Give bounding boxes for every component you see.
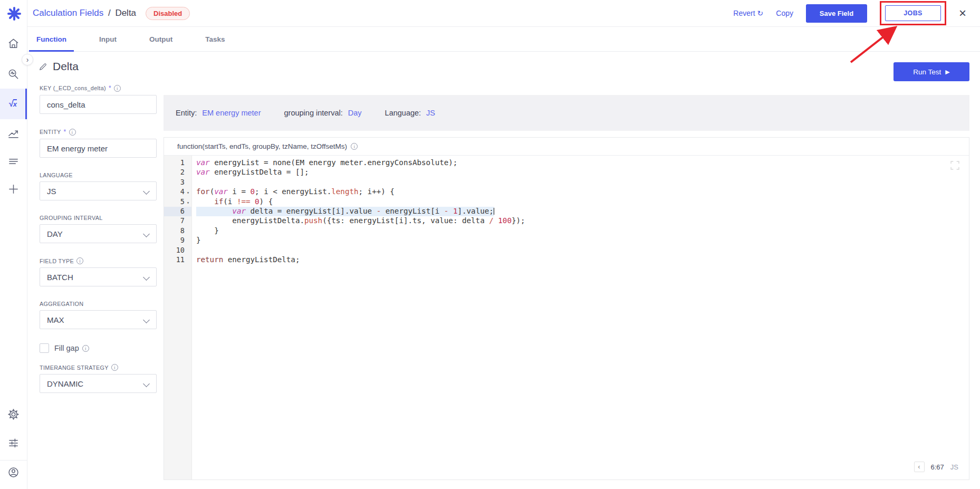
annotation-highlight-rect: JOBS bbox=[880, 1, 946, 25]
explore-search-icon[interactable] bbox=[0, 63, 27, 84]
code-line[interactable]: var energyListDelta = []; bbox=[196, 168, 969, 177]
aggregation-label: AGGREGATION bbox=[40, 301, 157, 307]
line-number: 5▾ bbox=[164, 197, 191, 207]
key-field: KEY (_ECD_cons_delta)* bbox=[40, 84, 157, 114]
info-icon[interactable] bbox=[69, 129, 76, 136]
code-line[interactable]: if(i !== 0) { bbox=[196, 197, 969, 207]
fill-gap-checkbox[interactable] bbox=[40, 343, 49, 353]
collapse-chevron-icon[interactable]: ‹ bbox=[914, 462, 925, 472]
code-line[interactable]: for(var i = 0; i < energyList.length; i+… bbox=[196, 187, 969, 197]
tab-tasks[interactable]: Tasks bbox=[198, 27, 232, 51]
code-line[interactable] bbox=[196, 246, 969, 255]
code-line[interactable] bbox=[196, 178, 969, 187]
sidebar-divider bbox=[0, 460, 27, 461]
breadcrumb-separator: / bbox=[108, 8, 111, 18]
fill-gap-row: Fill gap bbox=[40, 343, 164, 353]
info-icon[interactable] bbox=[351, 143, 358, 150]
line-number: 11 bbox=[164, 255, 191, 265]
text-cursor bbox=[494, 208, 494, 215]
context-meta-bar: Entity:EM energy meter grouping interval… bbox=[164, 95, 969, 131]
calculation-fields-icon[interactable]: √x bbox=[0, 89, 27, 119]
line-number: 4▾ bbox=[164, 187, 191, 197]
tab-bar: Function Input Output Tasks bbox=[27, 27, 980, 52]
line-number-gutter: 1234▾5▾67891011 bbox=[164, 156, 192, 480]
page-title: Delta bbox=[53, 60, 79, 73]
editor-language: JS bbox=[950, 463, 958, 471]
grouping-interval-field: GROUPING INTERVAL DAY bbox=[40, 215, 157, 243]
info-icon[interactable] bbox=[111, 364, 118, 371]
copy-button[interactable]: Copy bbox=[776, 9, 793, 17]
code-editor: function(startTs, endTs, groupBy, tzName… bbox=[164, 137, 969, 480]
save-field-button[interactable]: Save Field bbox=[806, 4, 867, 23]
jobs-button[interactable]: JOBS bbox=[885, 5, 941, 21]
code-line[interactable]: } bbox=[196, 236, 969, 245]
line-number: 6 bbox=[164, 207, 191, 216]
cursor-position: 6:67 bbox=[931, 463, 944, 471]
grouping-interval-label: GROUPING INTERVAL bbox=[40, 215, 157, 221]
language-select[interactable]: JS bbox=[40, 181, 157, 200]
tune-sliders-icon[interactable] bbox=[0, 432, 27, 453]
grouping-interval-select[interactable]: DAY bbox=[40, 224, 157, 243]
play-icon: ▶ bbox=[945, 69, 949, 75]
entity-value-link[interactable]: EM energy meter bbox=[202, 109, 261, 117]
language-value-link[interactable]: JS bbox=[426, 109, 435, 117]
aggregation-field: AGGREGATION MAX bbox=[40, 301, 157, 329]
grouping-interval-value-link[interactable]: Day bbox=[348, 109, 362, 117]
sidebar-expand-button[interactable]: › bbox=[22, 54, 33, 65]
line-number: 9 bbox=[164, 236, 191, 245]
info-icon[interactable] bbox=[76, 257, 83, 264]
fill-gap-label: Fill gap bbox=[54, 344, 89, 352]
line-number: 8 bbox=[164, 226, 191, 236]
aggregation-select[interactable]: MAX bbox=[40, 310, 157, 329]
tab-output[interactable]: Output bbox=[142, 27, 180, 51]
tab-input[interactable]: Input bbox=[92, 27, 124, 51]
fold-arrow-icon[interactable]: ▾ bbox=[185, 190, 191, 195]
breadcrumb-section-link[interactable]: Calculation Fields bbox=[33, 8, 103, 18]
home-icon[interactable] bbox=[0, 33, 27, 54]
header-actions: Revert↻ Copy Save Field JOBS × bbox=[733, 1, 966, 25]
settings-gear-icon[interactable] bbox=[0, 404, 27, 425]
code-line[interactable]: energyListDelta.push({ts: energyList[i].… bbox=[196, 216, 969, 226]
field-type-label: FIELD TYPE bbox=[40, 257, 157, 264]
code-line[interactable]: var delta = energyList[i].value - energy… bbox=[196, 207, 969, 216]
line-number: 1 bbox=[164, 158, 191, 168]
breadcrumb-current: Delta bbox=[115, 8, 136, 18]
timerange-strategy-label: TIMERANGE STRATEGY bbox=[40, 364, 157, 371]
run-test-button[interactable]: Run Test▶ bbox=[893, 62, 969, 81]
entity-input[interactable] bbox=[40, 139, 157, 158]
key-input[interactable] bbox=[40, 95, 157, 114]
code-line[interactable]: } bbox=[196, 226, 969, 236]
add-plus-icon[interactable] bbox=[0, 178, 27, 199]
field-type-select[interactable]: BATCH bbox=[40, 267, 157, 286]
entity-field: ENTITY* bbox=[40, 128, 157, 158]
line-number: 2 bbox=[164, 168, 191, 177]
function-signature: function(startTs, endTs, groupBy, tzName… bbox=[164, 138, 969, 156]
timerange-strategy-select[interactable]: DYNAMIC bbox=[40, 374, 157, 393]
list-icon[interactable] bbox=[0, 150, 27, 171]
info-icon[interactable] bbox=[82, 345, 89, 352]
breadcrumb: Calculation Fields / Delta bbox=[33, 8, 136, 18]
key-label: KEY (_ECD_cons_delta)* bbox=[40, 84, 157, 92]
code-line[interactable]: return energyListDelta; bbox=[196, 255, 969, 265]
user-account-icon[interactable] bbox=[0, 462, 27, 483]
language-label: LANGUAGE bbox=[40, 172, 157, 178]
fullscreen-icon[interactable] bbox=[950, 161, 959, 172]
code-area[interactable]: var energyList = none(EM energy meter.en… bbox=[192, 156, 969, 480]
tab-function[interactable]: Function bbox=[29, 27, 74, 51]
code-line[interactable]: var energyList = none(EM energy meter.en… bbox=[196, 158, 969, 168]
revert-icon: ↻ bbox=[757, 9, 764, 17]
revert-button[interactable]: Revert↻ bbox=[733, 9, 763, 17]
edit-pencil-icon bbox=[39, 62, 47, 71]
sidebar: √x bbox=[0, 0, 27, 489]
close-icon[interactable]: × bbox=[959, 7, 966, 20]
editor-status-bar: ‹ 6:67 JS bbox=[914, 462, 958, 472]
fold-arrow-icon[interactable]: ▾ bbox=[185, 200, 191, 205]
field-config-panel: Delta KEY (_ECD_cons_delta)* ENTITY* LAN… bbox=[27, 52, 164, 489]
field-type-field: FIELD TYPE BATCH bbox=[40, 257, 157, 286]
language-field: LANGUAGE JS bbox=[40, 172, 157, 200]
trend-chart-icon[interactable] bbox=[0, 123, 27, 144]
line-number: 10 bbox=[164, 246, 191, 255]
page-header: Calculation Fields / Delta Disabled Reve… bbox=[27, 0, 980, 27]
app-window: √x › Calculation Fields / Delta Disab bbox=[0, 0, 980, 489]
info-icon[interactable] bbox=[114, 85, 121, 92]
